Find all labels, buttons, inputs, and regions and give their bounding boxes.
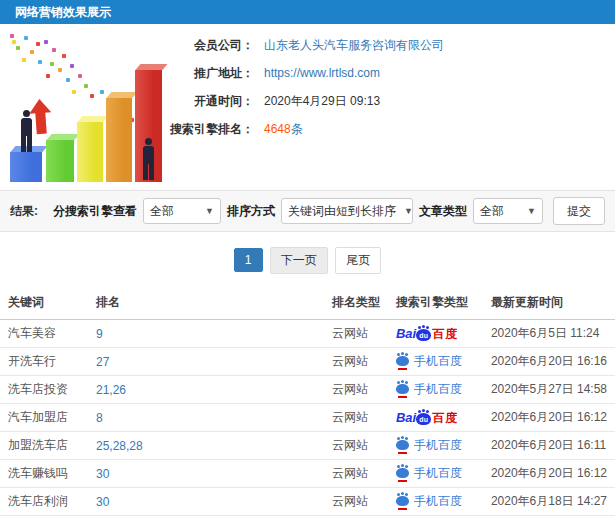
rank-type-cell: 云网站 xyxy=(324,516,388,520)
updated-cell: 2020年6月18日 14:30 xyxy=(483,516,615,520)
businessman-figure-right xyxy=(140,138,156,180)
bar-yellow xyxy=(77,122,103,182)
sort-value: 关键词由短到长排序 xyxy=(288,203,396,220)
keyword-cell: 洗车赚钱吗 xyxy=(0,460,88,488)
keyword-cell: 汽车美容 xyxy=(0,320,88,348)
table-row: 洗车赚钱吗 30 云网站 手机百度 2020年6月20日 16:12 xyxy=(0,460,615,488)
up-arrow-icon xyxy=(35,112,47,135)
keyword-cell: 加盟洗车店 xyxy=(0,432,88,460)
table-header-row: 关键词 排名 排名类型 搜索引擎类型 最新更新时间 xyxy=(0,286,615,320)
table-row: 加盟洗车店 25,28,28 云网站 手机百度 2020年6月20日 16:11 xyxy=(0,432,615,460)
result-filter-bar: 结果: 分搜索引擎查看 全部 ▼ 排序方式 关键词由短到长排序 ▼ 文章类型 全… xyxy=(0,190,615,232)
table-row: 汽车加盟店 8 云网站 Baidu百度 2020年6月20日 16:12 xyxy=(0,404,615,432)
chevron-down-icon: ▼ xyxy=(527,206,536,216)
mobile-baidu-icon xyxy=(396,356,409,366)
keyword-cell: 汽车加盟店 xyxy=(0,404,88,432)
col-header-updated: 最新更新时间 xyxy=(483,286,615,320)
keyword-rank-table: 关键词 排名 排名类型 搜索引擎类型 最新更新时间 汽车美容 9 云网站 Bai… xyxy=(0,286,615,520)
engine-filter-label: 分搜索引擎查看 xyxy=(53,203,137,220)
baidu-paw-icon: du xyxy=(416,329,431,341)
rank-type-cell: 云网站 xyxy=(324,348,388,376)
mobile-baidu-logo: 手机百度 xyxy=(396,465,462,482)
col-header-engine-type: 搜索引擎类型 xyxy=(388,286,483,320)
bar-green xyxy=(46,140,74,182)
col-header-keyword: 关键词 xyxy=(0,286,88,320)
rank-link[interactable]: 21,26 xyxy=(96,383,126,397)
mobile-baidu-icon xyxy=(396,468,409,478)
promo-url-label: 推广地址： xyxy=(170,66,254,81)
engine-filter-select[interactable]: 全部 ▼ xyxy=(143,198,221,224)
rank-type-cell: 云网站 xyxy=(324,404,388,432)
updated-cell: 2020年6月20日 16:12 xyxy=(483,404,615,432)
chart-illustration xyxy=(0,24,170,190)
rank-count-value: 4648 xyxy=(264,122,291,136)
mobile-baidu-logo: 手机百度 xyxy=(396,437,462,454)
updated-cell: 2020年6月5日 11:24 xyxy=(483,320,615,348)
rank-type-cell: 云网站 xyxy=(324,376,388,404)
mobile-baidu-icon xyxy=(396,440,409,450)
updated-cell: 2020年6月20日 16:12 xyxy=(483,460,615,488)
page-title: 网络营销效果展示 xyxy=(15,5,111,19)
info-row-open-time: 开通时间： 2020年4月29日 09:13 xyxy=(170,94,615,109)
info-row-company: 会员公司： 山东老人头汽车服务咨询有限公司 xyxy=(170,38,615,53)
rank-count-unit: 条 xyxy=(291,122,303,136)
col-header-rank-type: 排名类型 xyxy=(324,286,388,320)
promo-url-link[interactable]: https://www.lrtlsd.com xyxy=(264,66,380,81)
baidu-logo: Baidu百度 xyxy=(396,327,458,341)
bar-blue xyxy=(10,152,42,182)
company-label: 会员公司： xyxy=(170,38,254,53)
mobile-baidu-logo: 手机百度 xyxy=(396,493,462,510)
rank-link[interactable]: 30 xyxy=(96,467,109,481)
keyword-cell: 洗车店投资 xyxy=(0,376,88,404)
mobile-baidu-logo: 手机百度 xyxy=(396,353,462,370)
rank-link[interactable]: 27 xyxy=(96,355,109,369)
mobile-baidu-icon xyxy=(396,496,409,506)
sort-select[interactable]: 关键词由短到长排序 ▼ xyxy=(281,198,413,224)
bar-orange xyxy=(106,98,132,182)
submit-button[interactable]: 提交 xyxy=(553,197,605,225)
rank-link[interactable]: 30 xyxy=(96,495,109,509)
keyword-cell: 洗车店利润 xyxy=(0,488,88,516)
article-type-label: 文章类型 xyxy=(419,203,467,220)
rank-type-cell: 云网站 xyxy=(324,432,388,460)
header-bar: 网络营销效果展示 xyxy=(0,0,615,24)
updated-cell: 2020年5月27日 14:58 xyxy=(483,376,615,404)
sort-label: 排序方式 xyxy=(227,203,275,220)
updated-cell: 2020年6月20日 16:16 xyxy=(483,348,615,376)
open-time-label: 开通时间： xyxy=(170,94,254,109)
last-page-button[interactable]: 尾页 xyxy=(335,247,381,274)
baidu-paw-icon: du xyxy=(416,413,431,425)
info-row-url: 推广地址： https://www.lrtlsd.com xyxy=(170,66,615,81)
mobile-baidu-logo: 手机百度 xyxy=(396,381,462,398)
table-row: 洗车店投资 21,26 云网站 手机百度 2020年5月27日 14:58 xyxy=(0,376,615,404)
rank-type-cell: 云网站 xyxy=(324,488,388,516)
filters-group: 分搜索引擎查看 全部 ▼ 排序方式 关键词由短到长排序 ▼ 文章类型 全部 ▼ … xyxy=(53,197,605,225)
rank-type-cell: 云网站 xyxy=(324,460,388,488)
pagination: 1 下一页 尾页 xyxy=(0,247,615,274)
article-type-value: 全部 xyxy=(480,203,504,220)
mobile-baidu-icon xyxy=(396,384,409,394)
result-label: 结果: xyxy=(10,203,38,220)
page-1-button[interactable]: 1 xyxy=(234,248,263,272)
rank-link[interactable]: 9 xyxy=(96,327,103,341)
table-row: 洗车店利润 30 云网站 手机百度 2020年6月18日 14:27 xyxy=(0,488,615,516)
rank-link[interactable]: 25,28,28 xyxy=(96,439,143,453)
rank-type-cell: 云网站 xyxy=(324,320,388,348)
next-page-button[interactable]: 下一页 xyxy=(270,247,328,274)
company-link[interactable]: 山东老人头汽车服务咨询有限公司 xyxy=(264,38,444,53)
table-row: 开洗车行 27 云网站 手机百度 2020年6月20日 16:16 xyxy=(0,348,615,376)
col-header-rank: 排名 xyxy=(88,286,324,320)
updated-cell: 2020年6月18日 14:27 xyxy=(483,488,615,516)
keyword-cell: 洗车店加盟 xyxy=(0,516,88,520)
baidu-logo: Baidu百度 xyxy=(396,411,458,425)
chevron-down-icon: ▼ xyxy=(205,206,214,216)
businessman-figure-left xyxy=(18,110,34,152)
article-type-select[interactable]: 全部 ▼ xyxy=(473,198,543,224)
rank-link[interactable]: 8 xyxy=(96,411,103,425)
hero-section: 会员公司： 山东老人头汽车服务咨询有限公司 推广地址： https://www.… xyxy=(0,24,615,190)
engine-filter-value: 全部 xyxy=(150,203,174,220)
keyword-cell: 开洗车行 xyxy=(0,348,88,376)
updated-cell: 2020年6月20日 16:11 xyxy=(483,432,615,460)
table-row: 汽车美容 9 云网站 Baidu百度 2020年6月5日 11:24 xyxy=(0,320,615,348)
table-row: 洗车店加盟 3 云网站 Baidu百度 2020年6月18日 14:30 xyxy=(0,516,615,520)
